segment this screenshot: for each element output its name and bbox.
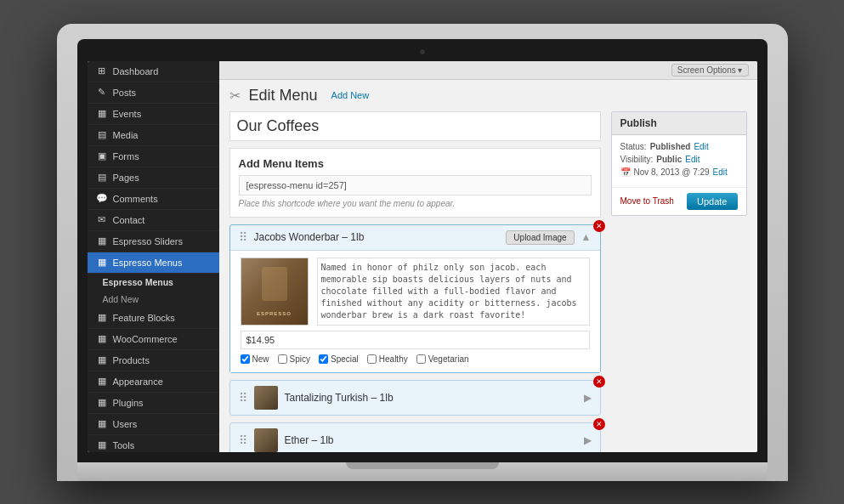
dashboard-icon: ⊞ [96, 65, 108, 77]
checkbox-vegetarian[interactable]: Vegetarian [416, 354, 469, 364]
menu-item-card-2: ✕ ⠿ Ether – 1lb ▶ [229, 422, 601, 452]
expanded-item-name: Jacobs Wonderbar – 1lb [254, 231, 500, 243]
chevron-right-1-icon: ▶ [584, 392, 592, 404]
camera [420, 49, 425, 54]
status-value: Published [650, 142, 691, 151]
sidebar-item-woocommerce[interactable]: ▦ WooCommerce [88, 329, 219, 350]
content-area: Add Menu Items [espresso-menu id=257] Pl… [219, 111, 757, 452]
status-label: Status: [620, 142, 647, 151]
menu-item-1-name: Tantalizing Turkish – 1lb [285, 392, 577, 404]
sidebar-item-plugins[interactable]: ▦ Plugins [88, 393, 219, 414]
laptop-base [77, 462, 768, 481]
visibility-value: Public [656, 155, 682, 164]
published-date-value: Nov 8, 2013 @ 7:29 [634, 167, 710, 177]
sidebar-item-espresso-menus[interactable]: ▦ Espresso Menus [88, 252, 219, 274]
sidebar-item-posts[interactable]: ✎ Posts [88, 82, 219, 104]
sidebar-right: Publish Status: Published Edit Visibilit… [611, 111, 747, 452]
expanded-item-header[interactable]: ⠿ Jacobs Wonderbar – 1lb Upload Image ▲ [230, 225, 600, 250]
events-icon: ▦ [96, 108, 108, 120]
sidebar: ⊞ Dashboard ✎ Posts ▦ Events ▤ Media ▣ [88, 61, 219, 452]
sidebar-item-comments[interactable]: 💬 Comments [88, 189, 219, 210]
edit-menu-icon: ✂ [229, 88, 241, 104]
sidebar-item-events[interactable]: ▦ Events [88, 104, 219, 125]
screen-options-button[interactable]: Screen Options ▾ [671, 64, 749, 76]
post-title-input[interactable] [229, 111, 601, 141]
checkbox-spicy[interactable]: Spicy [278, 354, 310, 364]
laptop-frame: ⊞ Dashboard ✎ Posts ▦ Events ▤ Media ▣ [57, 24, 788, 481]
drag-handle-2-icon[interactable]: ⠿ [239, 433, 247, 447]
sidebar-item-forms[interactable]: ▣ Forms [88, 146, 219, 167]
checkbox-healthy[interactable]: Healthy [367, 354, 408, 364]
users-icon: ▦ [96, 418, 108, 430]
published-date-row: 📅 Nov 8, 2013 @ 7:29 Edit [620, 167, 738, 177]
comments-icon: 💬 [96, 193, 108, 205]
menu-item-1-header[interactable]: ⠿ Tantalizing Turkish – 1lb ▶ [230, 381, 600, 415]
sidebar-item-contact[interactable]: ✉ Contact [88, 210, 219, 231]
drag-handle-icon[interactable]: ⠿ [239, 230, 247, 244]
sidebar-item-media[interactable]: ▤ Media [88, 125, 219, 146]
sidebar-item-espresso-sliders[interactable]: ▦ Espresso Sliders [88, 231, 219, 252]
update-button[interactable]: Update [687, 193, 737, 210]
chevron-up-icon: ▲ [581, 231, 592, 243]
sidebar-item-tools[interactable]: ▦ Tools [88, 435, 219, 452]
sidebar-item-users[interactable]: ▦ Users [88, 414, 219, 435]
espresso-menus-icon: ▦ [96, 257, 108, 269]
publish-box: Publish Status: Published Edit Visibilit… [611, 111, 747, 216]
feature-blocks-icon: ▦ [96, 312, 108, 324]
shortcode-area: Add Menu Items [espresso-menu id=257] Pl… [229, 148, 601, 218]
sidebar-item-products[interactable]: ▦ Products [88, 350, 219, 371]
menu-item-2-name: Ether – 1lb [285, 434, 577, 446]
appearance-icon: ▦ [96, 376, 108, 388]
calendar-icon: 📅 [620, 167, 631, 177]
move-to-trash-link[interactable]: Move to Trash [620, 196, 674, 206]
drag-handle-1-icon[interactable]: ⠿ [239, 391, 247, 405]
price-input[interactable] [241, 331, 590, 349]
posts-icon: ✎ [96, 87, 108, 99]
page-header: ✂ Edit Menu Add New [219, 80, 757, 111]
espresso-sliders-icon: ▦ [96, 235, 108, 247]
screen-options-bar: Screen Options ▾ [219, 61, 757, 80]
menu-item-2-header[interactable]: ⠿ Ether – 1lb ▶ [230, 423, 600, 452]
page-title: Edit Menu [249, 87, 318, 105]
chevron-right-2-icon: ▶ [584, 434, 592, 446]
sidebar-item-feature-blocks[interactable]: ▦ Feature Blocks [88, 308, 219, 329]
tools-icon: ▦ [96, 439, 108, 451]
product-image [241, 258, 309, 326]
published-date-edit-link[interactable]: Edit [713, 167, 728, 177]
shortcode-hint: Place this shortcode where you want the … [239, 199, 592, 208]
sidebar-item-dashboard[interactable]: ⊞ Dashboard [88, 61, 219, 82]
visibility-edit-link[interactable]: Edit [685, 155, 700, 164]
remove-item-2-button[interactable]: ✕ [593, 418, 605, 430]
screen: ⊞ Dashboard ✎ Posts ▦ Events ▤ Media ▣ [88, 61, 757, 452]
sidebar-sub-espresso-menus[interactable]: Espresso Menus [88, 274, 219, 291]
description-textarea[interactable]: Named in honor of philz only son jacob. … [317, 258, 590, 326]
main-content: Screen Options ▾ ✂ Edit Menu Add New Add… [219, 61, 757, 452]
visibility-row: Visibility: Public Edit [620, 155, 738, 164]
woocommerce-icon: ▦ [96, 333, 108, 345]
media-icon: ▤ [96, 129, 108, 141]
pages-icon: ▤ [96, 172, 108, 184]
sidebar-item-appearance[interactable]: ▦ Appearance [88, 371, 219, 393]
menu-item-card-1: ✕ ⠿ Tantalizing Turkish – 1lb ▶ [229, 380, 601, 416]
remove-item-1-button[interactable]: ✕ [593, 376, 605, 388]
upload-image-button[interactable]: Upload Image [506, 230, 574, 245]
item-2-thumb [254, 428, 278, 452]
status-row: Status: Published Edit [620, 142, 738, 151]
item-2-thumb-img [254, 428, 278, 452]
checkbox-new[interactable]: New [241, 354, 269, 364]
screen-bezel: ⊞ Dashboard ✎ Posts ▦ Events ▤ Media ▣ [77, 39, 768, 462]
publish-box-header: Publish [612, 112, 746, 135]
contact-icon: ✉ [96, 214, 108, 226]
add-new-link[interactable]: Add New [331, 90, 370, 100]
visibility-label: Visibility: [620, 155, 654, 164]
remove-expanded-item-button[interactable]: ✕ [593, 220, 605, 232]
sidebar-sub-add-new[interactable]: Add New [88, 291, 219, 308]
plugins-icon: ▦ [96, 397, 108, 409]
menu-item-card-expanded: ✕ ⠿ Jacobs Wonderbar – 1lb Upload Image … [229, 224, 601, 373]
checkbox-special[interactable]: Special [319, 354, 359, 364]
status-edit-link[interactable]: Edit [694, 142, 708, 151]
expanded-item-body: Named in honor of philz only son jacob. … [230, 250, 600, 372]
sidebar-item-pages[interactable]: ▤ Pages [88, 167, 219, 189]
item-1-thumb [254, 386, 278, 410]
forms-icon: ▣ [96, 150, 108, 162]
